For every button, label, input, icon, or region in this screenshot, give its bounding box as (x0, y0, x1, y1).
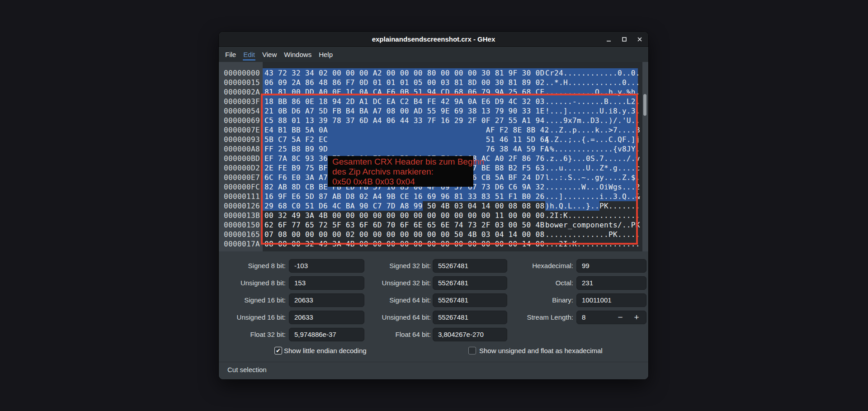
hex-row-ascii[interactable]: )h.Q.L...}..PK....... (545, 201, 640, 211)
hex-row-bytes[interactable]: 6C F6 E0 3A A7 53 83 F6 7E CB 9A 67 79 E… (264, 173, 545, 182)
hex-row-ascii[interactable]: ...2I:K.............. (545, 239, 640, 249)
hex-row-offset: 000000D2 (224, 163, 260, 173)
hex-row-offset: 00000000 (224, 68, 260, 78)
hex-row-ascii[interactable]: ........W...OiWgs...2 (545, 182, 640, 192)
hex-row-ascii[interactable]: ...u.....U..Z*.g....c (545, 163, 640, 173)
hex-row-bytes[interactable]: 18 BB 86 0E 18 94 2D A1 DC EA C2 B4 FE 4… (264, 97, 545, 106)
hex-row-ascii[interactable]: .2I:K................ (545, 211, 640, 220)
hex-row-offset: 000000E7 (224, 173, 260, 182)
hex-row-bytes[interactable]: 07 08 00 00 00 00 02 00 00 00 00 00 00 0… (264, 230, 545, 239)
decode-field-label: Float 32 bit: (219, 328, 286, 341)
hex-row-ascii[interactable]: ...Z..p....k..>7....B (545, 125, 640, 135)
hex-row-offset: 00000069 (224, 116, 260, 125)
hex-row-bytes[interactable]: EF 7A 8C 93 36 7D C6 0A E2 30 53 0A 37 F… (264, 154, 545, 163)
checkbox-unchecked[interactable] (468, 347, 476, 354)
close-icon (637, 36, 643, 43)
hex-row[interactable]: 000000A8FF 25 B8 B9 9D 76 38 4A 59 FA.%.… (219, 144, 648, 154)
scrollbar-thumb[interactable] (643, 94, 646, 116)
hex-row-ascii[interactable]: bower_components/..PK (545, 220, 640, 230)
checkbox-label[interactable]: Show little endian decoding (284, 346, 367, 355)
menu-help[interactable]: Help (315, 47, 336, 62)
hex-row-offset: 0000007E (224, 125, 260, 135)
titlebar[interactable]: explainandsendscreenshot.crx - GHex (219, 32, 648, 47)
hex-row[interactable]: 000000935B C7 5A F2 EC 51 46 11 5D 6A[.Z… (219, 135, 648, 144)
hex-row-ascii[interactable]: ....9x7m..D3..)/.'U.. (545, 116, 640, 125)
hex-row-bytes[interactable]: 5B C7 5A F2 EC 51 46 11 5D 6A (264, 135, 549, 144)
hex-row[interactable]: 0000002A81 81 00 DD A0 0E 1C 0A CA F6 0B… (219, 87, 648, 97)
hex-row-bytes[interactable]: 62 6F 77 65 72 5F 63 6F 6D 70 6F 6E 65 6… (264, 220, 545, 230)
decode-field-value[interactable]: 231 (576, 276, 646, 290)
hex-row-bytes[interactable]: 00 32 49 3A 4B 00 00 00 00 00 00 00 00 0… (264, 211, 545, 220)
decode-field-label: Signed 64 bit: (345, 293, 431, 307)
hex-row-ascii[interactable]: Cr24............0..0. (545, 68, 640, 78)
menu-windows[interactable]: Windows (280, 47, 315, 62)
hex-row-ascii[interactable]: .z..6}...0S.7...../.v (545, 154, 640, 163)
hex-row[interactable]: 0000000043 72 32 34 02 00 00 00 A2 00 00… (219, 68, 648, 78)
hex-row-ascii[interactable]: ..*.H............0... (545, 78, 640, 87)
decode-field-value[interactable]: 3,804267e-270 (433, 328, 507, 341)
minimize-button[interactable] (603, 33, 615, 45)
hex-row-bytes[interactable]: 21 0B D6 A7 5D FB B4 BA A7 08 00 AD 55 9… (264, 106, 545, 116)
hex-row-ascii[interactable]: l..:.S..~..gy....Z.$. (545, 173, 640, 182)
hex-row[interactable]: 000000E76C F6 E0 3A A7 53 83 F6 7E CB 9A… (219, 173, 648, 182)
hex-row-bytes[interactable]: 08 08 00 32 49 3A 4B 00 00 00 00 00 00 0… (264, 239, 545, 249)
decode-field-label: Signed 8 bit: (219, 259, 286, 273)
hex-row[interactable]: 000000D22E FE B9 75 BF FC EA 97 D5 55 B8… (219, 163, 648, 173)
hex-row[interactable]: 0000005421 0B D6 A7 5D FB B4 BA A7 08 00… (219, 106, 648, 116)
decode-field-label: Float 64 bit: (345, 328, 431, 341)
decode-field-label: Binary: (490, 293, 573, 307)
hex-row-offset: 00000054 (224, 106, 260, 116)
hex-row-offset: 0000003F (224, 97, 260, 106)
hex-row[interactable]: 0000013B00 32 49 3A 4B 00 00 00 00 00 00… (219, 211, 648, 220)
decode-options-row: ✔Show little endian decodingShow unsigne… (219, 346, 648, 356)
menu-view[interactable]: View (259, 47, 280, 62)
stream-length-decrease-button[interactable]: − (613, 312, 628, 323)
hex-row-bytes[interactable]: E4 B1 BB 5A 0A AF F2 8E 8B 42 (264, 125, 549, 135)
hex-row[interactable]: 0000015062 6F 77 65 72 5F 63 6F 6D 70 6F… (219, 220, 648, 230)
decode-field-value[interactable]: 99 (576, 259, 646, 273)
hex-row-bytes[interactable]: C5 88 01 13 39 78 37 6D A4 06 44 33 7F 1… (264, 116, 545, 125)
hex-row[interactable]: 0000016507 08 00 00 00 00 02 00 00 00 00… (219, 230, 648, 239)
hex-row-bytes[interactable]: 82 AB 8D CB BE FB ED FB 57 16 85 00 4F 6… (264, 182, 545, 192)
hex-row[interactable]: 000000FC82 AB 8D CB BE FB ED FB 57 16 85… (219, 182, 648, 192)
hex-row[interactable]: 0000003F18 BB 86 0E 18 94 2D A1 DC EA C2… (219, 97, 648, 106)
hex-row-ascii[interactable]: .%.............{v8JY. (545, 144, 640, 154)
hex-row-offset: 0000013B (224, 211, 260, 220)
hex-row-ascii[interactable]: [.Z..;..{.=...C.QF.]j (545, 135, 640, 144)
hex-row-bytes[interactable]: FF 25 B8 B9 9D 76 38 4A 59 FA (264, 144, 549, 154)
hex-row-ascii[interactable]: ......-......B....L2. (545, 97, 640, 106)
hex-row[interactable]: 0000012629 68 C0 51 D6 4C BA 90 C7 7D A8… (219, 201, 648, 211)
hex-row-bytes[interactable]: 16 9F E6 5D 87 AB D8 02 A4 9B CE 16 69 9… (264, 192, 545, 201)
stream-length-stepper[interactable]: 8−+ (576, 311, 646, 324)
hex-row-ascii[interactable]: ...]........i..3.Q..& (545, 192, 640, 201)
status-text: Cut selection (227, 366, 267, 373)
hex-row[interactable]: 0000017A08 08 00 32 49 3A 4B 00 00 00 00… (219, 239, 648, 249)
hex-row-ascii[interactable]: !...].......U.i8.y.3. (545, 106, 640, 116)
stream-length-increase-button[interactable]: + (629, 312, 644, 323)
hex-row-bytes[interactable]: 81 81 00 DD A0 0E 1C 0A CA F6 0B 51 94 C… (264, 87, 545, 97)
hex-row[interactable]: 0000007EE4 B1 BB 5A 0A AF F2 8E 8B 42...… (219, 125, 648, 135)
hex-row[interactable]: 000000BDEF 7A 8C 93 36 7D C6 0A E2 30 53… (219, 154, 648, 163)
hex-row[interactable]: 0000001506 09 2A 86 48 86 F7 0D 01 01 01… (219, 78, 648, 87)
maximize-icon (621, 36, 627, 43)
hex-row-ascii[interactable]: ..............PK..... (545, 230, 640, 239)
statusbar: Cut selection (219, 362, 648, 379)
checkbox-checked[interactable]: ✔ (274, 347, 282, 354)
hex-row-ascii[interactable]: ...........Q..h.y.%h. (545, 87, 640, 97)
menu-edit[interactable]: Edit (240, 47, 259, 62)
window-title: explainandsendscreenshot.crx - GHex (219, 32, 648, 47)
decode-field-value[interactable]: 10011001 (576, 293, 646, 307)
hex-row-bytes[interactable]: 2E FE B9 75 BF FC EA 97 D5 55 B8 02 5A 2… (264, 163, 545, 173)
hex-editor: 0000000043 72 32 34 02 00 00 00 A2 00 00… (219, 62, 648, 251)
hex-row-offset: 000000FC (224, 182, 260, 192)
hex-row-bytes[interactable]: 43 72 32 34 02 00 00 00 A2 00 00 00 80 0… (264, 68, 545, 78)
hex-row[interactable]: 00000069C5 88 01 13 39 78 37 6D A4 06 44… (219, 116, 648, 125)
hex-row-bytes[interactable]: 29 68 C0 51 D6 4C BA 90 C7 7D A8 99 50 4… (264, 201, 545, 211)
hex-row-bytes[interactable]: 06 09 2A 86 48 86 F7 0D 01 01 01 05 00 0… (264, 78, 545, 87)
menu-file[interactable]: File (222, 47, 240, 62)
hex-row[interactable]: 0000011116 9F E6 5D 87 AB D8 02 A4 9B CE… (219, 192, 648, 201)
close-button[interactable] (634, 33, 646, 45)
hex-row-offset: 000000BD (224, 154, 260, 163)
checkbox-label[interactable]: Show unsigned and float as hexadecimal (479, 346, 603, 355)
maximize-button[interactable] (618, 33, 630, 45)
